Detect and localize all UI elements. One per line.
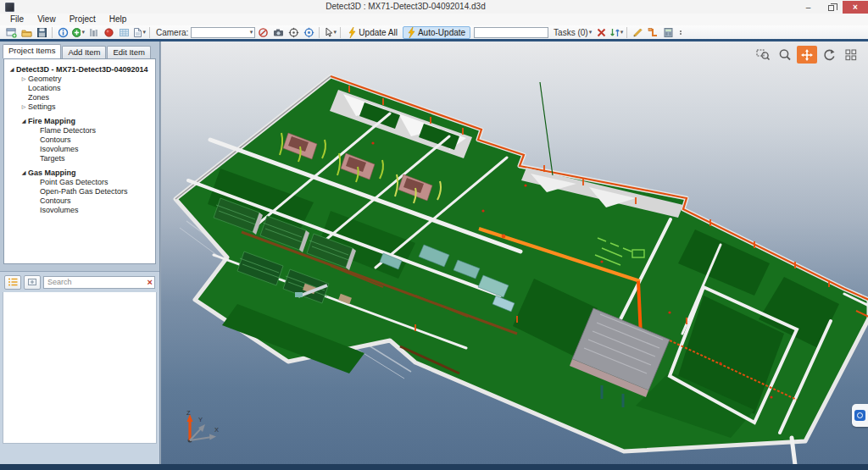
tree-item[interactable]: Open-Path Gas Detectors [4, 186, 155, 196]
report-icon [132, 27, 142, 38]
open-folder-icon [21, 27, 32, 38]
open-project-button[interactable] [19, 26, 34, 39]
project-tree: ◢ Detect3D - MX71-Detect3D-04092014 ▷ Ge… [3, 58, 156, 264]
tree-item[interactable]: Isovolumes [4, 205, 155, 214]
tasks-label: Tasks (0) [554, 28, 588, 37]
camera-clear-button[interactable] [255, 26, 270, 39]
search-panel: × [0, 271, 159, 464]
menu-item[interactable]: Help [103, 14, 134, 25]
dropdown-caret-icon: ▾ [334, 29, 337, 36]
toolbar-overflow-grip[interactable] [680, 30, 682, 35]
search-results-list[interactable] [3, 292, 157, 444]
tree-item-label: Isovolumes [40, 206, 79, 214]
columns-button[interactable] [86, 26, 101, 39]
calculator-button[interactable] [660, 26, 676, 39]
viewport-layout-tool[interactable] [841, 46, 861, 64]
tree-expander[interactable]: ◢ [19, 118, 28, 124]
zoom-window-icon [756, 48, 771, 62]
camera-label: Camera: [156, 28, 188, 37]
remote-assist-tab[interactable] [852, 404, 868, 427]
menu-item[interactable]: Project [63, 14, 103, 25]
tree-expander[interactable]: ◢ [19, 169, 28, 175]
camera-capture-button[interactable] [270, 26, 286, 39]
pan-icon [800, 48, 814, 62]
expand-panel-button[interactable] [24, 275, 41, 290]
viewport-toolbar [753, 46, 861, 64]
sidebar-tab[interactable]: Add Item [62, 46, 106, 58]
tree-item[interactable]: ▷ Geometry [4, 74, 155, 83]
viewport-canvas[interactable]: Z Y X [160, 41, 868, 464]
tree-item[interactable]: Zones [4, 92, 155, 102]
list-icon [8, 277, 19, 287]
tree-item[interactable]: Contours [4, 135, 155, 144]
draw-line-button[interactable] [630, 26, 645, 39]
lightning-icon [348, 27, 356, 38]
main-toolbar: ▾ ▾ Camera: ▾ ▾ Update All Auto-Update T… [0, 25, 868, 41]
tree-item[interactable]: ◢ Fire Mapping [4, 116, 155, 125]
task-input-field[interactable] [474, 27, 548, 38]
sidebar-tab[interactable]: Project Items [3, 44, 61, 58]
measure-button[interactable] [645, 26, 660, 39]
minimize-button[interactable]: – [797, 1, 820, 14]
zoom-tool[interactable] [775, 46, 795, 64]
toolbar-separator [52, 27, 53, 38]
tree-item[interactable]: Targets [4, 153, 155, 163]
axis-y-label: Y [198, 416, 203, 423]
sort-button[interactable]: ▾ [609, 26, 624, 39]
info-button[interactable] [55, 26, 70, 39]
camera-clear-icon [258, 27, 269, 38]
tree-item[interactable]: Isovolumes [4, 144, 155, 153]
add-item-button[interactable]: ▾ [70, 26, 86, 39]
tree-item[interactable]: ◢ Gas Mapping [4, 168, 155, 177]
tree-item[interactable]: Point Gas Detectors [4, 177, 155, 186]
pan-tool[interactable] [797, 46, 817, 64]
tree-expander[interactable]: ◢ [8, 66, 16, 72]
tools-remove-button[interactable] [593, 26, 609, 39]
update-all-button[interactable]: Update All [343, 26, 403, 39]
tree-item[interactable]: ▷ Settings [4, 102, 155, 111]
lightning-icon [408, 27, 415, 38]
menu-item[interactable]: View [31, 14, 63, 25]
rotate-tool[interactable] [819, 46, 839, 64]
select-cursor-button[interactable]: ▾ [322, 26, 337, 39]
grid-button[interactable] [116, 26, 131, 39]
close-button[interactable]: × [843, 1, 868, 14]
record-button[interactable] [101, 26, 116, 39]
report-button[interactable]: ▾ [131, 26, 147, 39]
new-project-button[interactable] [3, 26, 19, 39]
camera-target-button[interactable] [286, 26, 301, 39]
tree-item[interactable]: Contours [4, 196, 155, 205]
dropdown-caret-icon: ▾ [250, 29, 253, 36]
axis-x-label: X [214, 426, 219, 434]
camera-combobox[interactable]: ▾ [191, 27, 255, 38]
calculator-icon [663, 27, 674, 38]
search-clear-icon[interactable]: × [147, 278, 153, 287]
search-input[interactable] [43, 276, 155, 289]
tree-item-label: Contours [40, 135, 71, 144]
tree-expander[interactable]: ▷ [19, 103, 28, 109]
zoom-window-tool[interactable] [753, 46, 773, 64]
rotate-icon [822, 48, 836, 62]
tree-item[interactable]: ◢ Detect3D - MX71-Detect3D-04092014 [4, 64, 155, 74]
window-bottom-border [0, 464, 868, 470]
sort-icon [609, 27, 619, 38]
tree-item[interactable]: Flame Detectors [4, 125, 155, 135]
auto-update-toggle[interactable]: Auto-Update [403, 26, 470, 39]
tree-item[interactable]: Locations [4, 83, 155, 92]
viewport-layout-icon [845, 49, 857, 61]
list-view-button[interactable] [4, 275, 21, 290]
camera-orbit-button[interactable] [301, 26, 316, 39]
tree-item-label: Point Gas Detectors [40, 178, 108, 186]
toolbar-separator [149, 27, 150, 38]
update-all-label: Update All [359, 28, 398, 37]
axis-triad: Z Y X [180, 408, 220, 454]
restore-button[interactable] [820, 1, 843, 14]
tree-item-label: Zones [28, 93, 49, 102]
tree-expander[interactable]: ▷ [19, 75, 28, 81]
menu-item[interactable]: File [3, 14, 31, 25]
tasks-dropdown[interactable]: Tasks (0)▾ [554, 28, 592, 37]
sidebar-tab[interactable]: Edit Item [107, 46, 151, 58]
dropdown-caret-icon: ▾ [81, 29, 85, 36]
save-button[interactable] [34, 26, 49, 39]
app-icon [5, 3, 14, 12]
